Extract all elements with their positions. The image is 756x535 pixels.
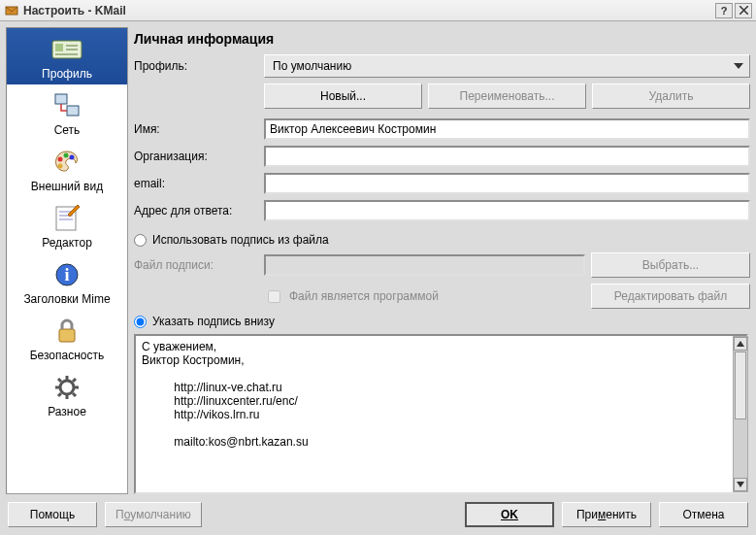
profile-label: Профиль: (132, 59, 258, 73)
content-area: Профиль Сеть Внешний вид Редактор i Заго… (0, 21, 756, 494)
sidebar-item-label: Безопасность (9, 349, 125, 362)
titlebar: Настроить - KMail ? (0, 0, 756, 21)
svg-point-9 (64, 153, 69, 158)
signature-inline-radio-row[interactable]: Указать подпись внизу (134, 315, 750, 328)
replyto-row: Адрес для ответа: (132, 200, 750, 221)
close-titlebar-button[interactable] (735, 3, 752, 18)
dialog-footer: Помощь По умолчанию OK Применить Отмена (0, 494, 756, 535)
network-icon (9, 90, 125, 121)
svg-line-27 (58, 393, 61, 396)
signature-file-radio-row[interactable]: Использовать подпись из файла (134, 233, 750, 247)
palette-icon (9, 147, 125, 178)
email-label: email: (132, 177, 258, 190)
info-icon: i (9, 259, 125, 290)
signature-file-label: Файл подписи: (132, 258, 258, 272)
org-row: Организация: (132, 146, 750, 167)
edit-signature-file-button[interactable]: Редактировать файл (591, 284, 750, 309)
panel-title: Личная информация (132, 27, 750, 54)
apply-button[interactable]: Применить (562, 502, 651, 527)
replyto-input[interactable] (264, 200, 750, 221)
signature-file-radio[interactable] (134, 234, 147, 247)
svg-point-19 (60, 381, 74, 394)
profile-combo[interactable]: По умолчанию (264, 54, 750, 78)
sidebar-item-appearance[interactable]: Внешний вид (7, 141, 127, 197)
profile-row: Профиль: По умолчанию (132, 54, 750, 78)
sidebar: Профиль Сеть Внешний вид Редактор i Заго… (6, 27, 128, 494)
profile-buttons: Новый... Переименовать... Удалить (264, 84, 750, 109)
scroll-thumb[interactable] (735, 351, 746, 419)
sidebar-item-misc[interactable]: Разное (7, 366, 127, 422)
signature-file-radio-label: Использовать подпись из файла (152, 233, 329, 247)
sidebar-item-editor[interactable]: Редактор (7, 197, 127, 253)
help-button[interactable]: Помощь (8, 502, 97, 527)
sidebar-item-security[interactable]: Безопасность (7, 310, 127, 366)
scrollbar-vertical[interactable] (733, 336, 748, 492)
form-area: Профиль: По умолчанию Новый... Переимено… (132, 54, 750, 494)
svg-text:i: i (64, 265, 69, 284)
settings-panel: Личная информация Профиль: По умолчанию … (132, 27, 750, 494)
file-is-program-checkbox (268, 290, 280, 303)
identity-card-icon (9, 34, 125, 65)
program-and-edit-row: Файл является программой Редактировать ф… (132, 284, 750, 309)
scroll-up-button[interactable] (734, 337, 747, 351)
app-icon (4, 3, 19, 18)
name-row: Имя: (132, 118, 750, 140)
sidebar-item-label: Внешний вид (9, 180, 125, 193)
email-row: email: (132, 173, 750, 194)
replyto-label: Адрес для ответа: (132, 204, 258, 217)
signature-textarea-wrap: С уважением, Виктор Костромин, http://li… (132, 334, 750, 494)
sidebar-item-label: Редактор (9, 236, 125, 250)
sidebar-item-label: Заголовки Mime (9, 292, 125, 306)
org-input[interactable] (264, 146, 750, 167)
svg-rect-6 (55, 94, 67, 104)
signature-file-input (264, 254, 585, 276)
defaults-button[interactable]: По умолчанию (105, 502, 202, 527)
ok-button[interactable]: OK (465, 502, 554, 527)
browse-signature-button[interactable]: Выбрать... (591, 252, 750, 278)
sidebar-item-label: Разное (9, 405, 125, 418)
profile-combo-value: По умолчанию (273, 59, 351, 73)
svg-rect-2 (55, 44, 63, 51)
signature-file-row: Файл подписи: Выбрать... (132, 252, 750, 278)
svg-point-11 (58, 164, 63, 169)
lock-icon (9, 316, 125, 347)
scroll-down-button[interactable] (734, 478, 747, 491)
rename-profile-button[interactable]: Переименовать... (428, 84, 586, 109)
sidebar-item-profile[interactable]: Профиль (7, 28, 127, 84)
svg-point-8 (58, 157, 63, 162)
svg-rect-7 (67, 106, 79, 116)
cancel-button[interactable]: Отмена (659, 502, 748, 527)
chevron-down-icon (734, 63, 743, 69)
file-is-program-label: Файл является программой (289, 289, 439, 303)
org-label: Организация: (132, 150, 258, 163)
svg-line-26 (73, 379, 76, 382)
editor-icon (9, 203, 125, 234)
new-profile-button[interactable]: Новый... (264, 84, 422, 109)
file-is-program-row: Файл является программой (264, 287, 591, 306)
sidebar-item-network[interactable]: Сеть (7, 84, 127, 141)
email-input[interactable] (264, 173, 750, 194)
help-titlebar-button[interactable]: ? (715, 3, 733, 18)
delete-profile-button[interactable]: Удалить (592, 84, 750, 109)
svg-line-24 (58, 379, 61, 382)
signature-inline-radio[interactable] (134, 316, 147, 328)
gear-icon (9, 372, 125, 403)
signature-textarea[interactable]: С уважением, Виктор Костромин, http://li… (134, 334, 748, 494)
svg-line-25 (73, 393, 76, 396)
sidebar-item-label: Сеть (9, 123, 125, 137)
name-input[interactable] (264, 118, 750, 140)
signature-inline-radio-label: Указать подпись внизу (152, 315, 275, 328)
svg-rect-18 (59, 329, 75, 342)
window-title: Настроить - KMail (23, 4, 713, 17)
sidebar-item-mime-headers[interactable]: i Заголовки Mime (7, 253, 127, 310)
svg-point-10 (70, 155, 75, 160)
sidebar-item-label: Профиль (9, 67, 125, 81)
name-label: Имя: (132, 122, 258, 136)
